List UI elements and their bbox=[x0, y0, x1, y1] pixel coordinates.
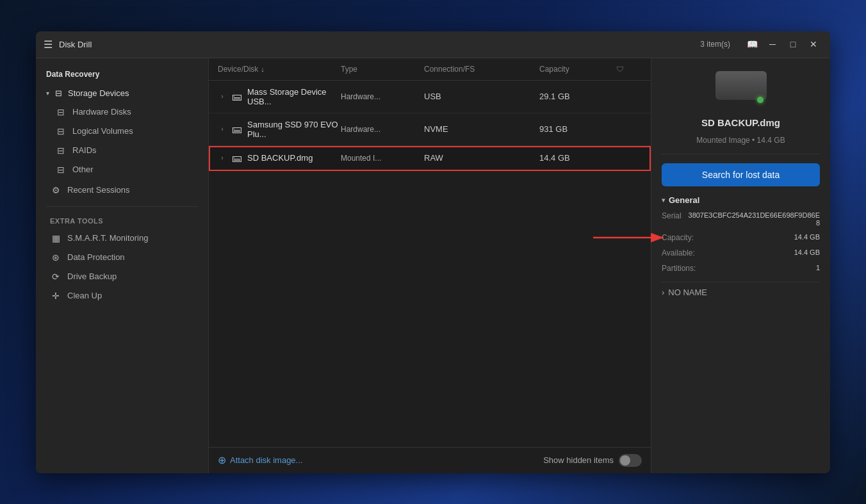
capacity-cell-3: 14.4 GB bbox=[539, 153, 616, 163]
available-row: Available: 14.4 GB bbox=[662, 248, 820, 257]
smart-label: S.M.A.R.T. Monitoring bbox=[67, 233, 148, 243]
titlebar: ☰ Disk Drill 3 item(s) 📖 ─ □ ✕ bbox=[36, 31, 830, 58]
table-row[interactable]: › 🖴 Samsung SSD 970 EVO Plu... Hardware.… bbox=[209, 113, 651, 146]
device-indicator bbox=[757, 97, 764, 103]
capacity-cell-2: 931 GB bbox=[539, 124, 616, 134]
header-type[interactable]: Type bbox=[341, 65, 424, 74]
available-label: Available: bbox=[662, 248, 695, 257]
device-image bbox=[712, 71, 770, 110]
window-controls: 📖 ─ □ ✕ bbox=[743, 35, 822, 53]
recent-sessions-label: Recent Sessions bbox=[67, 185, 130, 195]
type-cell-1: Hardware... bbox=[341, 92, 424, 101]
header-shield: 🛡 bbox=[616, 65, 642, 74]
no-name-section[interactable]: › NO NAME bbox=[662, 282, 820, 297]
sidebar-item-raids[interactable]: ⊟ RAIDs bbox=[45, 141, 204, 160]
expand-icon-1[interactable]: › bbox=[218, 92, 227, 101]
sidebar-item-other[interactable]: ⊟ Other bbox=[45, 160, 204, 179]
header-connection[interactable]: Connection/FS bbox=[424, 65, 539, 74]
capacity-cell-1: 29.1 GB bbox=[539, 92, 616, 101]
storage-devices-label: Storage Devices bbox=[68, 88, 129, 98]
attach-icon: ⊕ bbox=[218, 454, 226, 466]
sidebar-item-logical-volumes[interactable]: ⊟ Logical Volumes bbox=[45, 122, 204, 141]
sidebar-item-smart[interactable]: ▦ S.M.A.R.T. Monitoring bbox=[40, 229, 204, 248]
device-name-2: Samsung SSD 970 EVO Plu... bbox=[247, 120, 341, 139]
content-wrapper: Device/Disk ↓ Type Connection/FS Capacit… bbox=[209, 58, 830, 473]
menu-icon[interactable]: ☰ bbox=[44, 38, 53, 51]
device-name-3: SD BACKUP.dmg bbox=[247, 153, 313, 163]
drive-backup-label: Drive Backup bbox=[67, 272, 117, 281]
device-title: SD BACKUP.dmg bbox=[701, 117, 780, 128]
hidden-label: Show hidden items bbox=[543, 455, 614, 465]
maximize-button[interactable]: □ bbox=[784, 35, 802, 53]
sidebar-item-data-protection[interactable]: ⊛ Data Protection bbox=[40, 248, 204, 267]
no-name-chevron-icon: › bbox=[662, 288, 664, 297]
serial-row: Serial 3807E3CBFC254A231DE66E698F9D86E8 bbox=[662, 211, 820, 227]
header-device[interactable]: Device/Disk ↓ bbox=[218, 65, 341, 74]
device-name-1: Mass Storage Device USB... bbox=[247, 87, 341, 106]
main-window: ☰ Disk Drill 3 item(s) 📖 ─ □ ✕ Data Reco… bbox=[36, 31, 830, 473]
table-footer: ⊕ Attach disk image... Show hidden items bbox=[209, 447, 651, 473]
other-icon: ⊟ bbox=[55, 165, 67, 175]
general-title: General bbox=[669, 195, 699, 205]
sidebar-item-drive-backup[interactable]: ⟳ Drive Backup bbox=[40, 267, 204, 286]
raids-label: RAIDs bbox=[72, 145, 97, 155]
table-header: Device/Disk ↓ Type Connection/FS Capacit… bbox=[209, 58, 651, 81]
chevron-down-icon: ▾ bbox=[46, 90, 49, 97]
device-icon-2: 🖴 bbox=[232, 124, 242, 135]
sidebar-item-hardware-disks[interactable]: ⊟ Hardware Disks bbox=[45, 102, 204, 122]
sort-icon: ↓ bbox=[261, 65, 265, 73]
content-area: Device/Disk ↓ Type Connection/FS Capacit… bbox=[209, 58, 651, 473]
sidebar-divider bbox=[46, 206, 198, 207]
shield-icon: 🛡 bbox=[616, 65, 624, 74]
clean-up-icon: ✛ bbox=[50, 291, 61, 301]
capacity-row: Capacity: 14.4 GB bbox=[662, 233, 820, 242]
sidebar-item-clean-up[interactable]: ✛ Clean Up bbox=[40, 286, 204, 305]
header-device-label: Device/Disk bbox=[218, 65, 258, 74]
available-value: 14.4 GB bbox=[794, 248, 820, 256]
smart-icon: ▦ bbox=[50, 233, 61, 243]
expand-icon-3[interactable]: › bbox=[218, 154, 227, 163]
raids-icon: ⊟ bbox=[55, 145, 67, 156]
minimize-button[interactable]: ─ bbox=[764, 35, 781, 53]
conn-cell-3: RAW bbox=[424, 153, 539, 163]
clean-up-label: Clean Up bbox=[67, 291, 102, 300]
sidebar-item-storage-devices[interactable]: ▾ ⊟ Storage Devices bbox=[36, 84, 208, 102]
header-capacity[interactable]: Capacity bbox=[539, 65, 616, 74]
data-protection-label: Data Protection bbox=[67, 252, 125, 262]
item-count: 3 item(s) bbox=[700, 40, 730, 49]
close-button[interactable]: ✕ bbox=[805, 35, 822, 53]
data-protection-icon: ⊛ bbox=[50, 252, 61, 263]
logical-volumes-icon: ⊟ bbox=[55, 126, 67, 136]
toggle-switch[interactable] bbox=[619, 454, 642, 467]
partitions-value: 1 bbox=[816, 264, 820, 272]
storage-sub-items: ⊟ Hardware Disks ⊟ Logical Volumes ⊟ RAI… bbox=[36, 102, 208, 179]
partitions-row: Partitions: 1 bbox=[662, 264, 820, 273]
sidebar-item-recent-sessions[interactable]: ⚙ Recent Sessions bbox=[40, 181, 204, 200]
device-cell-3: › 🖴 SD BACKUP.dmg bbox=[218, 152, 341, 164]
sidebar: Data Recovery ▾ ⊟ Storage Devices ⊟ Hard… bbox=[36, 58, 209, 473]
attach-disk-button[interactable]: ⊕ Attach disk image... bbox=[218, 454, 302, 466]
device-icon-3: 🖴 bbox=[232, 152, 242, 164]
hardware-disks-label: Hardware Disks bbox=[72, 107, 131, 117]
attach-label: Attach disk image... bbox=[230, 455, 302, 465]
device-cell-1: › 🖴 Mass Storage Device USB... bbox=[218, 87, 341, 106]
general-section: ▾ General Serial 3807E3CBFC254A231DE66E6… bbox=[662, 195, 820, 273]
book-button[interactable]: 📖 bbox=[743, 35, 761, 53]
search-lost-data-button[interactable]: Search for lost data bbox=[662, 163, 820, 186]
table-row[interactable]: › 🖴 Mass Storage Device USB... Hardware.… bbox=[209, 81, 651, 113]
table-row-selected[interactable]: › 🖴 SD BACKUP.dmg Mounted I... RAW 14.4 … bbox=[209, 146, 651, 171]
general-chevron-icon: ▾ bbox=[662, 197, 665, 204]
no-name-label: NO NAME bbox=[668, 288, 707, 297]
table-body: › 🖴 Mass Storage Device USB... Hardware.… bbox=[209, 81, 651, 447]
device-subtitle: Mounted Image • 14.4 GB bbox=[696, 136, 785, 145]
type-cell-3: Mounted I... bbox=[341, 154, 424, 163]
expand-icon-2[interactable]: › bbox=[218, 125, 227, 134]
hardware-disks-icon: ⊟ bbox=[55, 107, 67, 117]
serial-label: Serial bbox=[662, 211, 682, 220]
other-label: Other bbox=[72, 165, 94, 174]
storage-devices-icon: ⊟ bbox=[55, 88, 62, 98]
header-capacity-label: Capacity bbox=[539, 65, 569, 74]
device-preview: SD BACKUP.dmg Mounted Image • 14.4 GB bbox=[662, 71, 820, 154]
device-icon-1: 🖴 bbox=[232, 91, 242, 102]
general-header[interactable]: ▾ General bbox=[662, 195, 820, 205]
